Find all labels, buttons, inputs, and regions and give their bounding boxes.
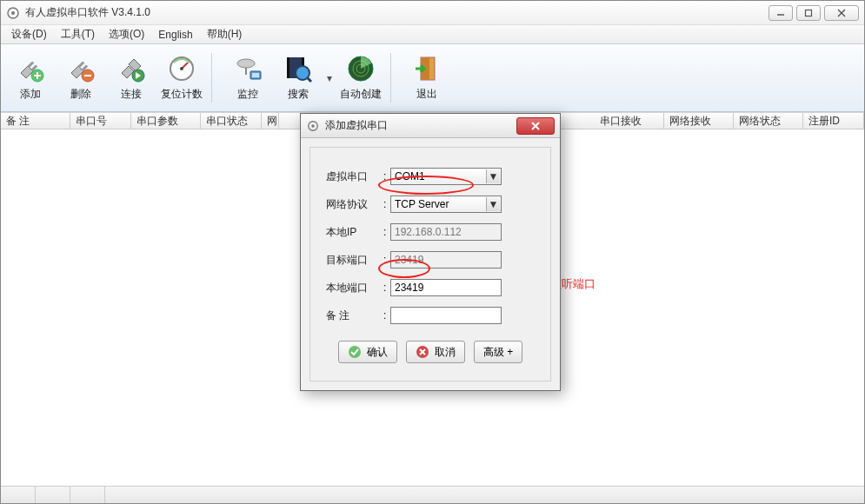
toolbar-monitor[interactable]: 监控 bbox=[223, 48, 272, 108]
col-params[interactable]: 串口参数 bbox=[131, 113, 201, 129]
svg-rect-6 bbox=[27, 61, 34, 68]
toolbar-exit[interactable]: 退出 bbox=[403, 48, 451, 108]
toolbar-delete[interactable]: 删除 bbox=[57, 48, 105, 108]
svg-rect-3 bbox=[806, 10, 812, 16]
plug-connect-icon bbox=[116, 54, 146, 83]
dialog-titlebar[interactable]: 添加虚拟串口 bbox=[301, 114, 560, 138]
localport-input[interactable] bbox=[390, 279, 502, 296]
toolbar-connect[interactable]: 连接 bbox=[107, 48, 156, 108]
menu-options[interactable]: 选项(O) bbox=[102, 25, 151, 43]
ok-button[interactable]: 确认 bbox=[338, 341, 397, 363]
toolbar: 添加 删除 连接 复位计数 监控 搜索 ▾ 自动创建 bbox=[1, 44, 864, 112]
window-title: 有人虚拟串口软件 V3.4.1.0 bbox=[25, 5, 769, 20]
advanced-button[interactable]: 高级 + bbox=[474, 341, 522, 363]
radar-icon bbox=[346, 54, 376, 83]
localport-label: 本地端口 bbox=[321, 281, 383, 295]
gauge-icon bbox=[167, 54, 196, 83]
monitor-icon bbox=[233, 54, 263, 83]
dialog-body: 虚拟串口: COM1 ▼ 网络协议: TCP Server ▼ 本地IP: 目标… bbox=[309, 147, 551, 381]
svg-point-1 bbox=[11, 11, 15, 15]
svg-rect-21 bbox=[252, 73, 259, 77]
check-icon bbox=[348, 345, 362, 359]
proto-label: 网络协议 bbox=[321, 197, 383, 212]
app-icon bbox=[6, 6, 20, 20]
statusbar bbox=[1, 486, 864, 503]
remark-label: 备 注 bbox=[321, 308, 383, 323]
minimize-button[interactable] bbox=[769, 5, 793, 21]
toolbar-add[interactable]: 添加 bbox=[6, 48, 55, 108]
search-film-icon bbox=[283, 54, 313, 83]
maximize-button[interactable] bbox=[796, 5, 821, 21]
col-regid[interactable]: 注册ID bbox=[803, 113, 864, 129]
col-netrx[interactable]: 网络接收 bbox=[664, 113, 734, 129]
toolbar-search[interactable]: 搜索 bbox=[274, 48, 323, 108]
titlebar: 有人虚拟串口软件 V3.4.1.0 bbox=[1, 1, 864, 25]
svg-point-17 bbox=[180, 67, 183, 70]
col-remark[interactable]: 备 注 bbox=[1, 113, 70, 129]
svg-rect-11 bbox=[77, 61, 84, 68]
dstport-input bbox=[390, 251, 502, 269]
col-serialrx[interactable]: 串口接收 bbox=[595, 113, 664, 129]
toolbar-separator bbox=[211, 53, 218, 103]
add-port-dialog: 添加虚拟串口 虚拟串口: COM1 ▼ 网络协议: TCP Server ▼ 本… bbox=[300, 113, 561, 391]
menu-help[interactable]: 帮助(H) bbox=[200, 25, 250, 43]
cancel-button[interactable]: 取消 bbox=[406, 341, 465, 363]
menu-english[interactable]: English bbox=[151, 27, 199, 43]
close-button[interactable] bbox=[824, 5, 859, 21]
dialog-icon bbox=[306, 119, 320, 133]
vcom-select[interactable]: COM1 bbox=[390, 168, 502, 185]
svg-line-26 bbox=[307, 77, 311, 82]
col-portno[interactable]: 串口号 bbox=[70, 113, 131, 129]
localip-label: 本地IP bbox=[321, 225, 383, 240]
proto-select[interactable]: TCP Server bbox=[390, 196, 502, 213]
vcom-label: 虚拟串口 bbox=[321, 169, 383, 184]
menu-device[interactable]: 设备(D) bbox=[4, 25, 54, 43]
plug-delete-icon bbox=[66, 54, 96, 83]
col-netstatus[interactable]: 网络状态 bbox=[734, 113, 803, 129]
svg-point-18 bbox=[237, 59, 255, 68]
cross-icon bbox=[416, 345, 429, 359]
exit-door-icon bbox=[412, 54, 442, 83]
dialog-title: 添加虚拟串口 bbox=[325, 118, 516, 133]
menubar: 设备(D) 工具(T) 选项(O) English 帮助(H) bbox=[1, 25, 864, 44]
toolbar-autocreate[interactable]: 自动创建 bbox=[336, 48, 385, 108]
toolbar-reset[interactable]: 复位计数 bbox=[157, 48, 206, 108]
svg-point-36 bbox=[349, 346, 361, 358]
plug-add-icon bbox=[16, 54, 45, 83]
dstport-label: 目标端口 bbox=[321, 253, 383, 268]
svg-point-33 bbox=[311, 124, 315, 128]
menu-tools[interactable]: 工具(T) bbox=[54, 25, 102, 43]
dialog-close-button[interactable] bbox=[516, 117, 555, 135]
localip-input bbox=[390, 223, 502, 241]
toolbar-separator bbox=[390, 53, 397, 103]
col-portstatus[interactable]: 串口状态 bbox=[201, 113, 262, 129]
col-net[interactable]: 网 bbox=[262, 113, 279, 129]
toolbar-search-dropdown[interactable]: ▾ bbox=[324, 48, 335, 108]
remark-input[interactable] bbox=[390, 307, 502, 324]
svg-rect-23 bbox=[287, 57, 289, 78]
